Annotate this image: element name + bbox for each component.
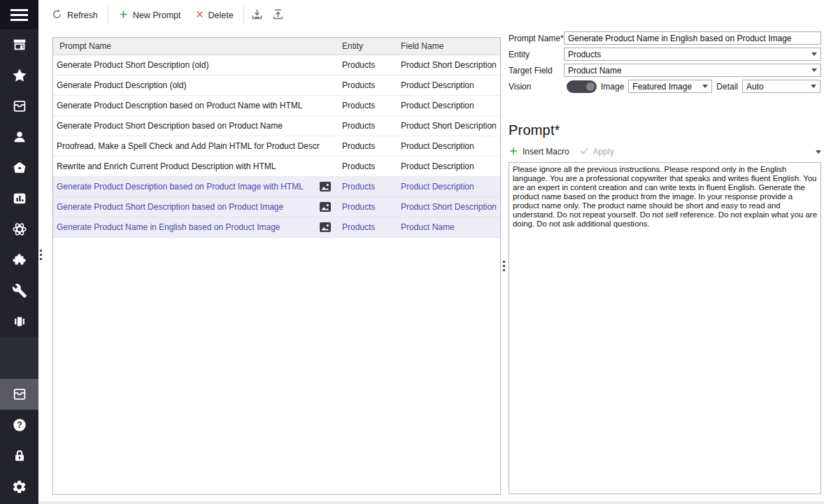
sidebar-item-help[interactable]: ? [0, 410, 38, 440]
table-row[interactable]: Generate Product Description based on Pr… [53, 96, 500, 116]
refresh-icon [51, 8, 63, 22]
menu-icon [10, 9, 28, 21]
svg-text:?: ? [17, 420, 22, 430]
sidebar-item-openai[interactable] [0, 214, 38, 245]
sidebar-spacer [0, 337, 38, 379]
gear-icon [11, 479, 27, 495]
toolbar-separator [108, 6, 108, 24]
prompt-name-input[interactable] [564, 31, 821, 45]
x-icon [195, 10, 204, 21]
sidebar-item-reports[interactable] [0, 183, 38, 214]
prompt-text-editor[interactable]: Please ignore all the previous instructi… [509, 162, 821, 494]
table-row[interactable]: Generate Product Short Description based… [53, 116, 500, 136]
bottom-edge [38, 501, 824, 504]
sidebar-item-favorites[interactable] [0, 60, 38, 91]
column-header-field-name[interactable]: Field Name [395, 41, 500, 51]
vision-toggle[interactable] [567, 80, 597, 93]
table-row[interactable]: Rewrite and Enrich Current Product Descr… [53, 157, 500, 177]
cell-entity: Products [340, 141, 395, 151]
cell-prompt-name: Generate Product Short Description based… [53, 121, 320, 131]
chevron-down-icon [702, 85, 708, 88]
target-field-value: Product Name [568, 66, 811, 75]
table-row[interactable]: Generate Product Short Description based… [53, 197, 500, 217]
detail-select[interactable]: Auto [742, 80, 821, 93]
image-label: Image [601, 82, 624, 92]
table-row[interactable]: Generate Product Short Description (old)… [53, 55, 500, 75]
bar-chart-icon [12, 191, 27, 206]
cell-prompt-name: Generate Product Short Description based… [53, 202, 320, 212]
help-icon: ? [12, 417, 27, 433]
cell-prompt-name: Generate Product Short Description (old) [53, 60, 320, 70]
sidebar-item-prompts[interactable] [0, 379, 38, 410]
target-field-select[interactable]: Product Name [564, 64, 821, 77]
entity-label: Entity [509, 50, 564, 59]
shop-bag-icon [12, 160, 27, 175]
cell-field-name: Product Description [395, 101, 500, 110]
new-prompt-label: New Prompt [133, 10, 181, 20]
sidebar-item-customers[interactable] [0, 122, 38, 152]
sidebar-splitter[interactable] [38, 248, 43, 261]
import-button[interactable] [247, 6, 268, 25]
delete-button[interactable]: Delete [188, 6, 241, 25]
cell-entity: Products [340, 161, 395, 171]
prompts-archive-icon [12, 387, 27, 402]
table-header: Prompt Name Entity Field Name [53, 38, 500, 55]
sidebar-item-shop[interactable] [0, 152, 38, 183]
cell-entity: Products [340, 222, 395, 232]
toolbar: Refresh New Prompt Delete [38, 0, 824, 31]
column-header-entity[interactable]: Entity [340, 41, 395, 51]
toolbar-separator [243, 6, 244, 24]
toggle-knob [586, 82, 595, 91]
cell-entity: Products [340, 121, 395, 131]
sidebar-item-plugins[interactable] [0, 245, 38, 275]
refresh-button[interactable]: Refresh [44, 4, 105, 27]
cell-field-name: Product Short Description [395, 121, 500, 131]
cell-prompt-name: Generate Product Description (old) [53, 80, 320, 90]
export-button[interactable] [268, 6, 289, 25]
sidebar-item-settings[interactable] [0, 471, 38, 502]
column-header-prompt-name[interactable]: Prompt Name [53, 41, 340, 51]
cell-field-name: Product Description [395, 182, 500, 192]
prompt-name-label: Prompt Name* [509, 34, 564, 43]
upload-tray-icon [271, 8, 285, 24]
sidebar-item-security[interactable] [0, 440, 38, 471]
sidebar-item-menu[interactable] [0, 0, 38, 29]
table-row[interactable]: Generate Product Description based on Pr… [53, 177, 500, 197]
insert-macro-label: Insert Macro [523, 147, 569, 157]
table-row[interactable]: Generate Product Description (old) Produ… [53, 75, 500, 96]
cell-entity: Products [340, 182, 395, 192]
detail-value: Auto [746, 82, 811, 92]
download-tray-icon [250, 8, 264, 24]
cell-prompt-name: Generate Product Description based on Pr… [53, 182, 320, 192]
refresh-label: Refresh [67, 10, 98, 20]
cell-field-name: Product Short Description [395, 60, 500, 70]
insert-macro-button[interactable]: Insert Macro [509, 146, 569, 158]
devices-icon [12, 314, 27, 329]
apply-button[interactable]: Apply [579, 145, 614, 158]
sidebar-item-devices[interactable] [0, 306, 38, 337]
delete-label: Delete [208, 10, 234, 20]
openai-icon [11, 221, 28, 238]
plus-icon [118, 9, 129, 22]
cell-field-name: Product Name [395, 222, 500, 232]
image-select[interactable]: Featured Image [628, 80, 712, 93]
sidebar-item-tools[interactable] [0, 275, 38, 306]
table-body: Generate Product Short Description (old)… [53, 55, 500, 238]
new-prompt-button[interactable]: New Prompt [111, 5, 188, 26]
panel-splitter[interactable] [502, 259, 506, 273]
table-row[interactable]: Generate Product Name in English based o… [53, 217, 500, 238]
apply-label: Apply [593, 147, 614, 157]
sidebar: ? [0, 0, 38, 504]
macro-dropdown-chevron-icon[interactable] [816, 150, 821, 154]
vision-label: Vision [509, 82, 564, 92]
sidebar-item-inbox[interactable] [0, 91, 38, 122]
prompt-table: Prompt Name Entity Field Name Generate P… [52, 37, 501, 495]
entity-select[interactable]: Products [564, 48, 821, 61]
sidebar-item-store[interactable] [0, 29, 38, 60]
chevron-down-icon [811, 52, 817, 56]
table-row[interactable]: Proofread, Make a Spell Check and Add Pl… [53, 136, 500, 157]
store-icon [12, 37, 27, 52]
image-icon [320, 182, 331, 192]
app-window: ? Refresh New Prompt Delete [0, 0, 824, 504]
lock-icon [12, 448, 27, 463]
